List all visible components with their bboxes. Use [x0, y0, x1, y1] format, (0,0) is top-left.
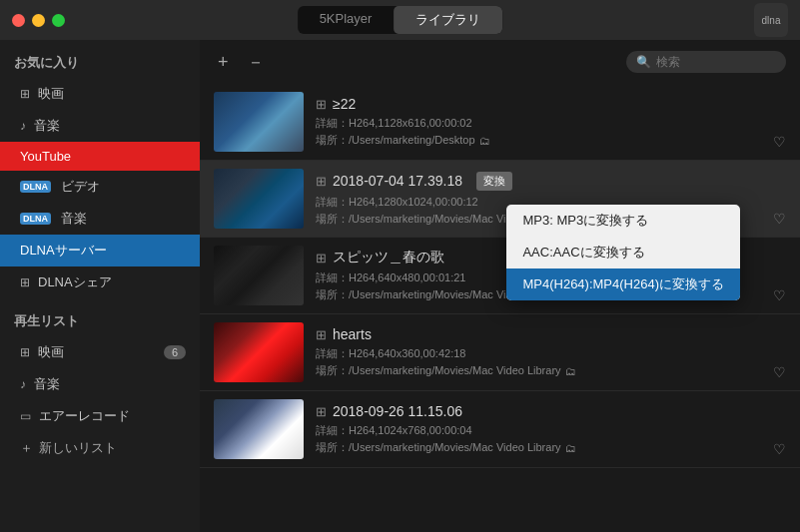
dlna-logo: dlna — [754, 3, 788, 37]
media-type-icon: ⊞ — [316, 97, 327, 112]
media-info: ⊞ hearts 詳細：H264,640x360,00:42:18 場所：/Us… — [316, 326, 786, 378]
media-location: 場所：/Users/marketing/Movies/Mac Video Lib… — [316, 440, 786, 455]
favorite-button[interactable]: ♡ — [773, 134, 786, 150]
sidebar-item-dlna-share[interactable]: ⊞ DLNAシェア — [0, 266, 200, 298]
media-title-row: ⊞ 2018-07-04 17.39.18 変換 — [316, 172, 786, 191]
sidebar-item-youtube[interactable]: YouTube — [0, 142, 200, 171]
sidebar-item-music-label: 音楽 — [34, 117, 60, 135]
tab-bar: 5KPlayer ライブラリ — [298, 6, 503, 34]
media-title-row: ⊞ ≥22 — [316, 96, 786, 112]
context-menu-item-mp4[interactable]: MP4(H264):MP4(H264)に変換する — [506, 268, 740, 300]
folder-icon: 🗂 — [565, 442, 576, 454]
add-list-label: 新しいリスト — [39, 439, 117, 457]
media-detail: 詳細：H264,1024x768,00:00:04 — [316, 423, 786, 438]
tab-5kplayer[interactable]: 5KPlayer — [298, 6, 395, 34]
context-menu-item-aac[interactable]: AAC:AACに変換する — [506, 237, 740, 268]
close-button[interactable] — [12, 14, 25, 27]
sidebar-item-movies-label: 映画 — [38, 85, 64, 103]
media-title: 2018-09-26 11.15.06 — [333, 403, 462, 419]
media-item[interactable]: ⊞ hearts 詳細：H264,640x360,00:42:18 場所：/Us… — [200, 314, 800, 391]
media-title-row: ⊞ 2018-09-26 11.15.06 — [316, 403, 786, 419]
pl-airplay-label: エアーレコード — [39, 407, 130, 425]
media-location: 場所：/Users/marketing/Desktop 🗂 — [316, 133, 786, 148]
pl-music-label: 音楽 — [34, 375, 60, 393]
media-info: ⊞ ≥22 詳細：H264,1128x616,00:00:02 場所：/User… — [316, 96, 786, 148]
dlna-share-label: DLNAシェア — [38, 273, 112, 291]
folder-icon: 🗂 — [479, 135, 490, 147]
main: お気に入り ⊞ 映画 ♪ 音楽 YouTube DLNA ビデオ DLNA 音楽… — [0, 40, 800, 532]
tab-library[interactable]: ライブラリ — [394, 6, 502, 34]
sidebar-item-music[interactable]: ♪ 音楽 — [0, 110, 200, 142]
sidebar-item-dlna-server[interactable]: DLNAサーバー — [0, 235, 200, 266]
search-box[interactable]: 🔍 — [626, 51, 786, 73]
plus-icon: ＋ — [20, 439, 33, 457]
dlna-server-label: DLNAサーバー — [20, 242, 107, 260]
search-input[interactable] — [656, 55, 776, 69]
context-menu: MP3: MP3に変換する AAC:AACに変換する MP4(H264):MP4… — [506, 205, 740, 300]
sidebar-item-dlna-video[interactable]: DLNA ビデオ — [0, 171, 200, 203]
favorite-button[interactable]: ♡ — [773, 287, 786, 303]
share-icon: ⊞ — [20, 275, 30, 289]
add-list-button[interactable]: ＋ 新しいリスト — [0, 432, 200, 464]
minimize-button[interactable] — [32, 14, 45, 27]
media-item[interactable]: ⊞ 2018-09-26 11.15.06 詳細：H264,1024x768,0… — [200, 391, 800, 468]
add-media-button[interactable]: + — [214, 50, 233, 75]
media-title: hearts — [333, 326, 372, 342]
maximize-button[interactable] — [52, 14, 65, 27]
content-toolbar: + － 🔍 — [200, 40, 800, 84]
media-detail: 詳細：H264,1128x616,00:00:02 — [316, 116, 786, 131]
sidebar-item-movies[interactable]: ⊞ 映画 — [0, 78, 200, 110]
favorite-button[interactable]: ♡ — [773, 364, 786, 380]
media-title: スピッツ＿春の歌 — [333, 249, 444, 266]
airplay-icon: ▭ — [20, 409, 31, 423]
media-thumbnail — [214, 399, 304, 459]
favorite-button[interactable]: ♡ — [773, 211, 786, 227]
media-info: ⊞ 2018-09-26 11.15.06 詳細：H264,1024x768,0… — [316, 403, 786, 455]
media-title: ≥22 — [333, 96, 356, 112]
traffic-lights — [12, 14, 65, 27]
favorite-button[interactable]: ♡ — [773, 441, 786, 457]
media-thumbnail — [214, 246, 304, 305]
media-title: 2018-07-04 17.39.18 — [333, 173, 462, 189]
pl-movies-label: 映画 — [38, 343, 64, 361]
sidebar-item-dlna-music-label: 音楽 — [61, 210, 87, 228]
playlist-header: 再生リスト — [0, 298, 200, 336]
remove-media-button[interactable]: － — [243, 48, 269, 76]
content-area: + － 🔍 ⊞ ≥22 詳細：H264,1128x616,00:00:02 場 — [200, 40, 800, 532]
folder-icon: 🗂 — [565, 365, 576, 377]
media-location: 場所：/Users/marketing/Movies/Mac Video Lib… — [316, 363, 786, 378]
dlna-badge-2: DLNA — [20, 213, 51, 225]
dlna-badge: DLNA — [20, 181, 51, 193]
media-detail: 詳細：H264,640x360,00:42:18 — [316, 346, 786, 361]
media-type-icon: ⊞ — [316, 251, 327, 266]
grid-icon: ⊞ — [20, 87, 30, 101]
search-icon: 🔍 — [636, 55, 651, 69]
pl-movies-count: 6 — [164, 345, 186, 359]
context-menu-item-mp3[interactable]: MP3: MP3に変換する — [506, 205, 740, 237]
titlebar: 5KPlayer ライブラリ dlna — [0, 0, 800, 40]
media-thumbnail — [214, 322, 304, 382]
media-thumbnail — [214, 92, 304, 152]
music-icon: ♪ — [20, 119, 26, 133]
pl-grid-icon: ⊞ — [20, 345, 30, 359]
convert-button[interactable]: 変換 — [476, 172, 512, 191]
media-list: ⊞ ≥22 詳細：H264,1128x616,00:00:02 場所：/User… — [200, 84, 800, 532]
media-title-row: ⊞ hearts — [316, 326, 786, 342]
media-type-icon: ⊞ — [316, 404, 327, 419]
media-thumbnail — [214, 169, 304, 229]
sidebar-item-pl-airplay[interactable]: ▭ エアーレコード — [0, 400, 200, 432]
sidebar-item-pl-music[interactable]: ♪ 音楽 — [0, 368, 200, 400]
pl-music-icon: ♪ — [20, 377, 26, 391]
media-item[interactable]: ⊞ ≥22 詳細：H264,1128x616,00:00:02 場所：/User… — [200, 84, 800, 161]
sidebar-item-dlna-video-label: ビデオ — [61, 178, 100, 196]
media-type-icon: ⊞ — [316, 327, 327, 342]
sidebar-item-pl-movies[interactable]: ⊞ 映画 6 — [0, 336, 200, 368]
sidebar-item-dlna-music[interactable]: DLNA 音楽 — [0, 203, 200, 235]
youtube-label: YouTube — [20, 149, 71, 164]
media-type-icon: ⊞ — [316, 174, 327, 189]
sidebar: お気に入り ⊞ 映画 ♪ 音楽 YouTube DLNA ビデオ DLNA 音楽… — [0, 40, 200, 532]
favorites-header: お気に入り — [0, 40, 200, 78]
